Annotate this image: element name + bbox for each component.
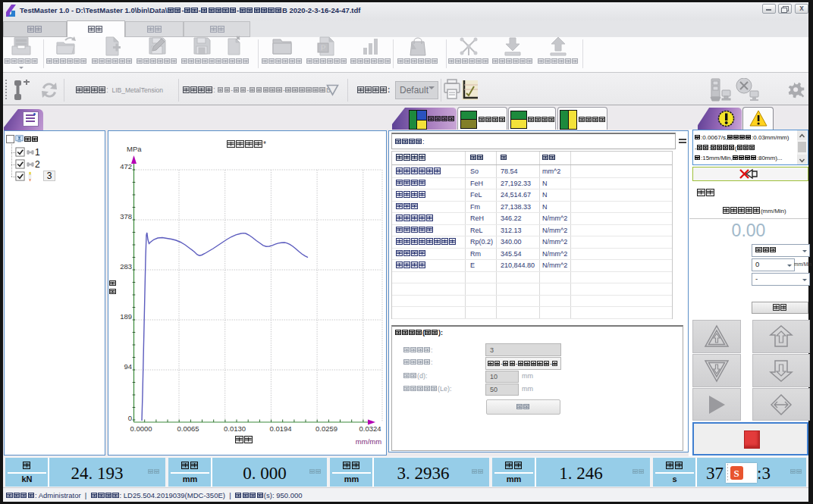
svg-text:mm/mm: mm/mm — [356, 437, 381, 446]
svg-text:283: 283 — [120, 262, 132, 271]
svg-text:189: 189 — [120, 312, 132, 321]
svg-text:94: 94 — [124, 362, 132, 371]
svg-text:378: 378 — [120, 212, 132, 221]
svg-text:P: P — [321, 44, 326, 52]
svg-text:0.0000: 0.0000 — [130, 424, 152, 433]
svg-text:0.0259: 0.0259 — [315, 424, 337, 433]
svg-text:472: 472 — [120, 162, 132, 171]
svg-text:0.0130: 0.0130 — [224, 424, 246, 433]
svg-text:MPa: MPa — [127, 145, 142, 153]
svg-text:0.0194: 0.0194 — [269, 424, 291, 433]
svg-text:0.0324: 0.0324 — [359, 424, 381, 433]
svg-text:0.0065: 0.0065 — [177, 424, 199, 433]
svg-text:0: 0 — [128, 414, 132, 422]
